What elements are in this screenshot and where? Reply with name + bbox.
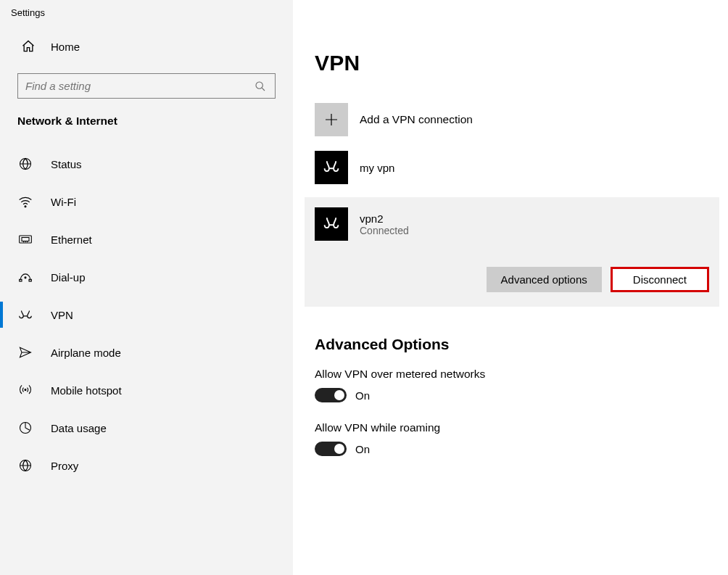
svg-point-6: [25, 389, 26, 391]
sidebar-item-label: Data usage: [51, 422, 107, 434]
sidebar-item-status[interactable]: Status: [0, 145, 293, 183]
toggle-state: On: [355, 443, 370, 455]
svg-point-2: [25, 206, 26, 207]
vpn-connection-icon: [315, 151, 348, 184]
sidebar-item-label: Status: [51, 158, 82, 170]
sidebar-item-ethernet[interactable]: Ethernet: [0, 220, 293, 258]
page-title: VPN: [315, 51, 719, 75]
sidebar-item-label: Proxy: [51, 460, 78, 472]
home-label: Home: [51, 41, 80, 53]
sidebar-item-label: Dial-up: [51, 271, 86, 284]
dialup-icon: [17, 269, 33, 285]
option-label: Allow VPN over metered networks: [315, 368, 719, 381]
vpn-connection-name: vpn2: [360, 212, 409, 225]
toggle-metered[interactable]: On: [315, 388, 719, 402]
globe-icon: [17, 156, 33, 172]
sidebar-item-label: Airplane mode: [51, 347, 121, 359]
vpn-connection-item[interactable]: my vpn: [315, 149, 719, 186]
proxy-icon: [17, 458, 33, 473]
advanced-options-button[interactable]: Advanced options: [487, 267, 602, 292]
option-label: Allow VPN while roaming: [315, 421, 719, 434]
wifi-icon: [17, 194, 33, 210]
toggle-track: [315, 442, 347, 456]
datausage-icon: [17, 420, 33, 436]
sidebar-item-label: Mobile hotspot: [51, 384, 122, 397]
sidebar-item-label: VPN: [51, 309, 73, 321]
home-item[interactable]: Home: [0, 31, 293, 62]
sidebar-item-wifi[interactable]: Wi-Fi: [0, 183, 293, 220]
add-vpn-button[interactable]: Add a VPN connection: [315, 103, 719, 136]
sidebar-item-hotspot[interactable]: Mobile hotspot: [0, 371, 293, 409]
settings-sidebar: Settings Home Network & Internet Status: [0, 0, 293, 575]
sidebar-nav: Status Wi-Fi Ethernet Dial-up: [0, 145, 293, 484]
main-content: VPN Add a VPN connection my vpn: [293, 0, 728, 575]
vpn-connection-name: my vpn: [360, 162, 394, 174]
advanced-options-heading: Advanced Options: [315, 336, 719, 353]
search-icon: [253, 80, 268, 92]
ethernet-icon: [17, 231, 33, 247]
sidebar-item-proxy[interactable]: Proxy: [0, 447, 293, 484]
sidebar-item-dialup[interactable]: Dial-up: [0, 258, 293, 296]
plus-icon: [315, 103, 348, 136]
sidebar-item-label: Wi-Fi: [51, 196, 76, 208]
add-vpn-label: Add a VPN connection: [360, 113, 473, 126]
home-icon: [20, 38, 36, 54]
vpn-connection-icon: [315, 207, 348, 241]
sidebar-item-label: Ethernet: [51, 233, 92, 246]
search-box[interactable]: [17, 73, 276, 99]
disconnect-button[interactable]: Disconnect: [611, 267, 709, 292]
svg-point-5: [25, 277, 26, 278]
app-title: Settings: [0, 4, 293, 31]
vpn-connection-selected: vpn2 Connected Advanced options Disconne…: [305, 197, 719, 307]
toggle-state: On: [355, 389, 370, 402]
sidebar-item-vpn[interactable]: VPN: [0, 296, 293, 334]
sidebar-item-datausage[interactable]: Data usage: [0, 409, 293, 447]
toggle-roaming[interactable]: On: [315, 442, 719, 456]
svg-rect-4: [22, 238, 29, 241]
vpn-icon: [17, 307, 33, 323]
category-heading: Network & Internet: [0, 115, 293, 145]
search-input[interactable]: [25, 80, 253, 92]
hotspot-icon: [17, 382, 33, 398]
svg-point-0: [256, 82, 262, 88]
toggle-track: [315, 388, 347, 402]
airplane-icon: [17, 344, 33, 360]
sidebar-item-airplane[interactable]: Airplane mode: [0, 334, 293, 371]
vpn-connection-status: Connected: [360, 225, 409, 236]
vpn-connection-item[interactable]: vpn2 Connected: [315, 206, 709, 242]
